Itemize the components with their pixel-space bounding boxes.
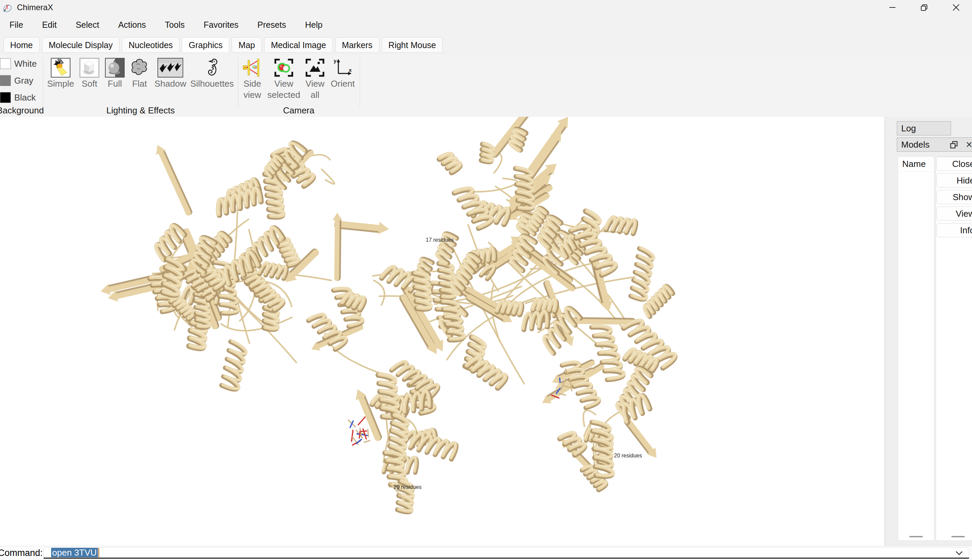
menu-bar: File Edit Select Actions Tools Favorites… — [2, 15, 334, 35]
chevron-down-icon[interactable] — [955, 551, 963, 556]
close-icon — [952, 3, 960, 12]
soft-cube-icon — [80, 58, 99, 78]
menu-edit[interactable]: Edit — [35, 20, 64, 30]
models-panel-title: Models — [897, 138, 972, 151]
shadow-photo-icon — [157, 58, 183, 78]
restore-icon — [920, 4, 928, 11]
lighting-group-title: Lighting & Effects — [90, 105, 191, 116]
graphics-viewport[interactable]: 17 residues20 residues20 residues — [0, 117, 885, 546]
models-close-button[interactable]: Close — [937, 157, 972, 171]
lighting-full-button[interactable]: Full — [103, 58, 127, 89]
ribbon-tab-bar: Home Molecule Display Nucleotides Graphi… — [3, 35, 445, 55]
side-panel: Log Models ✕ Name Close Hide Show View I… — [885, 117, 972, 546]
window-title: ChimeraX — [17, 3, 53, 12]
tab-map[interactable]: Map — [232, 37, 262, 53]
chimerax-logo-icon: χ — [3, 3, 13, 13]
residue-count-label: 20 residues — [614, 453, 642, 459]
tab-home[interactable]: Home — [3, 37, 40, 53]
lighting-simple-button[interactable]: Simple — [45, 58, 76, 89]
menu-file[interactable]: File — [2, 20, 30, 30]
restore-button[interactable] — [908, 0, 940, 15]
models-panel-header: Models ✕ — [897, 137, 972, 152]
tab-markers[interactable]: Markers — [335, 37, 379, 53]
spotlight-icon — [51, 58, 70, 78]
view-selected-icon — [274, 58, 293, 78]
lighting-soft-button[interactable]: Soft — [78, 58, 101, 89]
svg-text:x: x — [349, 67, 352, 73]
menu-actions[interactable]: Actions — [111, 20, 153, 30]
background-black-option[interactable]: Black — [0, 92, 36, 103]
group-separator — [43, 58, 43, 108]
models-view-button[interactable]: View — [937, 207, 972, 221]
lighting-flat-button[interactable]: Flat — [126, 58, 153, 89]
log-panel-tab[interactable]: Log — [897, 121, 951, 135]
command-input[interactable]: open 3TVU — [43, 547, 969, 558]
minimize-button[interactable] — [877, 0, 908, 15]
background-group-title: Background — [0, 105, 45, 116]
white-swatch — [0, 58, 11, 69]
camera-view-selected-button[interactable]: View selected — [263, 58, 304, 100]
seahorse-icon — [202, 58, 222, 78]
orient-axes-icon: y x — [333, 58, 353, 78]
name-column-header[interactable]: Name — [898, 157, 934, 172]
command-bar: Command: open 3TVU — [0, 546, 972, 560]
residue-count-label: 17 residues — [426, 237, 454, 243]
command-selected-text: open 3TVU — [51, 548, 98, 557]
tab-molecule-display[interactable]: Molecule Display — [42, 37, 120, 53]
svg-text:χ: χ — [5, 3, 9, 9]
command-label: Command: — [0, 548, 43, 558]
black-swatch — [0, 92, 11, 103]
tab-right-mouse[interactable]: Right Mouse — [382, 37, 443, 53]
scrollbar-dash[interactable] — [909, 536, 923, 537]
side-view-icon — [242, 58, 262, 78]
lighting-silhouettes-button[interactable]: Silhouettes — [187, 58, 237, 89]
background-gray-option[interactable]: Gray — [0, 75, 33, 86]
scrollbar-dash[interactable] — [951, 536, 965, 537]
models-hide-button[interactable]: Hide — [937, 173, 972, 188]
menu-select[interactable]: Select — [68, 20, 106, 30]
full-photo-icon — [105, 58, 125, 78]
title-bar: χ ChimeraX — [0, 0, 972, 15]
ribbon-graphics: White Gray Black Background Simple — [0, 55, 972, 117]
chimerax-window: χ ChimeraX File Edit Select Actions Tool… — [0, 0, 972, 560]
group-separator — [360, 58, 360, 108]
models-name-column: Name — [898, 157, 934, 541]
menu-help[interactable]: Help — [298, 20, 330, 30]
camera-side-view-button[interactable]: Side view — [237, 58, 268, 100]
svg-text:y: y — [333, 58, 337, 63]
flat-blob-icon — [130, 58, 149, 78]
tab-medical-image[interactable]: Medical Image — [264, 37, 333, 53]
minimize-icon — [889, 4, 896, 11]
view-all-icon — [305, 58, 325, 78]
background-white-option[interactable]: White — [0, 58, 37, 69]
close-panel-icon[interactable]: ✕ — [965, 140, 972, 149]
models-button-column: Close Hide Show View Info — [936, 157, 972, 541]
protein-ribbon-structure — [0, 117, 885, 546]
tab-nucleotides[interactable]: Nucleotides — [122, 37, 180, 53]
menu-favorites[interactable]: Favorites — [196, 20, 246, 30]
close-button[interactable] — [940, 0, 972, 15]
camera-orient-button[interactable]: y x Orient — [326, 58, 360, 89]
camera-group-title: Camera — [265, 105, 333, 116]
menu-presets[interactable]: Presets — [250, 20, 293, 30]
residue-count-label: 20 residues — [393, 484, 422, 490]
menu-tools[interactable]: Tools — [157, 20, 192, 30]
tab-graphics[interactable]: Graphics — [182, 37, 229, 53]
float-panel-icon[interactable] — [950, 141, 958, 149]
models-info-button[interactable]: Info — [937, 223, 972, 237]
lighting-shadow-button[interactable]: Shadow — [152, 58, 189, 89]
text-caret — [98, 548, 99, 557]
models-show-button[interactable]: Show — [937, 190, 972, 204]
gray-swatch — [0, 75, 11, 86]
